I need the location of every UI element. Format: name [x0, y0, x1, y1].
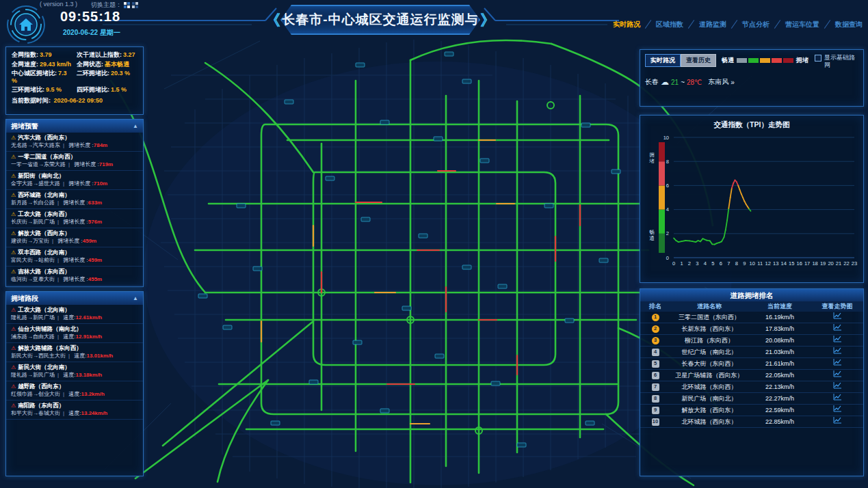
ranking-row[interactable]: 5 长春大街（东向西） 21.61km/h — [640, 358, 863, 370]
road-list-item[interactable]: ⚠一零二国道（东向西）一零一省道→东荣大路| 拥堵长度 :719m — [6, 152, 143, 171]
ranking-speed: 17.83km/h — [748, 323, 811, 334]
collapse-arrow-icon[interactable]: ▲ — [133, 120, 138, 133]
rank-badge: 5 — [652, 360, 659, 368]
title-chevron-right: 》 — [480, 10, 495, 31]
warning-triangle-icon: ⚠ — [11, 269, 16, 275]
rank-badge: 7 — [652, 383, 659, 391]
legend-color-chip — [760, 58, 770, 63]
ranking-row[interactable]: 10 北环城路（西向东） 22.85km/h — [640, 416, 863, 428]
ranking-row[interactable]: 9 解放大路（西向东） 22.59km/h — [640, 405, 863, 416]
congested-sections-panel: 拥堵路段 ▲ ⚠工农大路（北向南）隆礼路→新民广场| 速度:12.61km/h … — [5, 291, 144, 476]
page-title: 长春市-中心城区交通运行监测与评估系统 — [280, 5, 480, 35]
rank-badge: 2 — [652, 325, 659, 333]
road-list-item[interactable]: ⚠解放大路（西向东）建设街→万宝街| 拥堵长度 :459m — [6, 228, 143, 247]
legend-smooth-label: 畅通 — [722, 56, 734, 65]
ranking-road-name: 柳江路（东向西） — [670, 335, 748, 346]
road-list-item[interactable]: ⚠南湖大路（东向西）南湖新村中街→南湖广场| 拥堵长度 :438m — [6, 286, 143, 287]
nav-item-4[interactable]: 营运车位置 — [785, 20, 819, 29]
ranking-speed: 21.61km/h — [748, 358, 811, 369]
road-list-item[interactable]: ⚠汽车大路（西向东）无名路→汽车大路东| 拥堵长度 :784m — [6, 133, 143, 152]
road-list-item[interactable]: ⚠解放大路辅路（东向西）新民大街→西民主大街| 速度:13.01km/h — [6, 343, 143, 362]
nav-item-5[interactable]: 数据查询 — [835, 20, 863, 29]
svg-text:8: 8 — [735, 260, 738, 267]
ranking-col-header: 查看走势图 — [811, 301, 863, 312]
nav-item-0[interactable]: 实时路况 — [613, 20, 640, 29]
view-trend-icon[interactable] — [833, 381, 842, 389]
stat-item-6: 三环拥堵比:9.5 % — [12, 86, 73, 94]
checkbox-icon[interactable] — [815, 55, 821, 62]
warning-triangle-icon: ⚠ — [11, 249, 16, 256]
nav-item-3[interactable]: 节点分析 — [742, 20, 770, 29]
svg-text:畅: 畅 — [649, 229, 655, 235]
svg-text:11: 11 — [757, 260, 763, 267]
ranking-row[interactable]: 2 长新东路（西向东） 17.83km/h — [640, 323, 863, 335]
storm-cloud-icon: ☁ — [661, 77, 669, 87]
road-list-item[interactable]: ⚠新阳街（南向北）金宇大路→盛世大路| 拥堵长度 :710m — [6, 171, 143, 190]
nav-item-2[interactable]: 道路监测 — [699, 20, 726, 29]
home-logo[interactable] — [5, 3, 47, 46]
view-trend-icon[interactable] — [833, 347, 842, 354]
date: 2020-06-22 星期一 — [63, 28, 120, 38]
tpi-trend-panel: 交通指数（TPI）走势图 024681001234567891011121314… — [640, 115, 864, 283]
ranking-speed: 22.59km/h — [748, 405, 811, 416]
ranking-row[interactable]: 3 柳江路（东向西） 20.08km/h — [640, 335, 863, 347]
collapse-arrow-icon[interactable]: ▲ — [133, 292, 138, 305]
theme-swatch-2[interactable] — [132, 2, 138, 8]
road-list-item[interactable]: ⚠西环城路（北向南）新月路→长白公路| 拥堵长度 :633m — [6, 190, 143, 209]
data-time-label: 当前数据时间: — [12, 97, 51, 104]
view-trend-icon[interactable] — [833, 358, 842, 366]
ranking-speed: 16.19km/h — [748, 312, 811, 323]
ranking-row[interactable]: 7 北环城路（东向西） 22.13km/h — [640, 381, 863, 393]
clock: 09:55:18 — [60, 9, 120, 25]
road-list-item[interactable]: ⚠新民大街（北向南）隆礼路→新民广场| 速度:13.18km/h — [6, 362, 143, 381]
ranking-col-header: 道路名称 — [670, 301, 748, 312]
ranking-speed: 22.05km/h — [748, 370, 811, 381]
road-list-item[interactable]: ⚠越野路（西向东）红领巾路→创业大街| 速度:13.2km/h — [6, 381, 143, 401]
nav-separator — [774, 20, 780, 29]
view-trend-icon[interactable] — [833, 405, 842, 412]
ranking-row[interactable]: 1 三零二国道（东向西） 16.19km/h — [640, 312, 863, 323]
svg-text:20: 20 — [828, 260, 833, 267]
view-trend-icon[interactable] — [833, 323, 842, 331]
ranking-speed: 22.85km/h — [748, 416, 811, 427]
warning-triangle-icon: ⚠ — [11, 345, 16, 351]
warning-panel-title: 拥堵预警 — [11, 120, 38, 133]
theme-swatch-1[interactable] — [124, 2, 130, 8]
show-basemap-checkbox[interactable]: 显示基础路网 — [815, 54, 858, 69]
ranking-speed: 22.13km/h — [748, 381, 811, 392]
view-trend-icon[interactable] — [833, 370, 842, 377]
ranking-road-name: 北环城路（西向东） — [670, 416, 748, 427]
road-list-item[interactable]: ⚠仙台大街辅路（南向北）浦东路→自由大路| 速度:12.91km/h — [6, 324, 143, 343]
road-list-item[interactable]: ⚠工农大路（东向西）长庆街→新民广场| 拥堵长度 :576m — [6, 209, 143, 228]
weather-temp-high: 28℃ — [687, 79, 702, 86]
warning-triangle-icon: ⚠ — [11, 326, 16, 332]
ranking-speed: 20.08km/h — [748, 335, 811, 346]
svg-text:9: 9 — [743, 260, 746, 267]
warning-triangle-icon: ⚠ — [11, 154, 16, 160]
weather-more-link[interactable]: » — [731, 79, 735, 86]
road-list-item[interactable]: ⚠南阳路（东向西）和平大街→春城大街| 速度:13.24km/h — [6, 401, 143, 420]
view-trend-icon[interactable] — [833, 393, 842, 401]
view-trend-icon[interactable] — [833, 312, 842, 319]
roadcond-tab-0[interactable]: 实时路况 — [645, 54, 681, 67]
roadcond-tab-1[interactable]: 查看历史 — [681, 54, 716, 67]
svg-text:10: 10 — [750, 260, 755, 267]
ranking-row[interactable]: 8 新民广场（南向北） 22.27km/h — [640, 393, 863, 405]
warning-triangle-icon: ⚠ — [11, 192, 16, 198]
ranking-row[interactable]: 6 卫星广场辅路（西向东） 22.05km/h — [640, 370, 863, 381]
view-trend-icon[interactable] — [833, 416, 842, 424]
warning-triangle-icon: ⚠ — [11, 364, 16, 370]
ranking-road-name: 新民广场（南向北） — [670, 393, 748, 404]
road-list-item[interactable]: ⚠吉林大路（东向西）临河街→亚泰大街| 拥堵长度 :455m — [6, 267, 143, 286]
road-list-item[interactable]: ⚠双丰西路（北向南）富民大街→站前街| 拥堵长度 :459m — [6, 247, 143, 267]
nav-separator — [645, 20, 651, 29]
svg-text:4: 4 — [704, 260, 707, 267]
weather-temp-low: 21 — [671, 79, 679, 86]
road-list-item[interactable]: ⚠工农大路（北向南）隆礼路→新民广场| 速度:12.61km/h — [6, 305, 143, 324]
ranking-row[interactable]: 4 世纪广场（南向北） 21.03km/h — [640, 347, 863, 358]
warning-triangle-icon: ⚠ — [11, 403, 16, 409]
stat-item-4: 中心城区拥堵比:7.3 % — [12, 70, 73, 84]
view-trend-icon[interactable] — [833, 335, 842, 342]
ranking-road-name: 解放大路（西向东） — [670, 405, 748, 416]
nav-item-1[interactable]: 区域指数 — [656, 20, 683, 29]
